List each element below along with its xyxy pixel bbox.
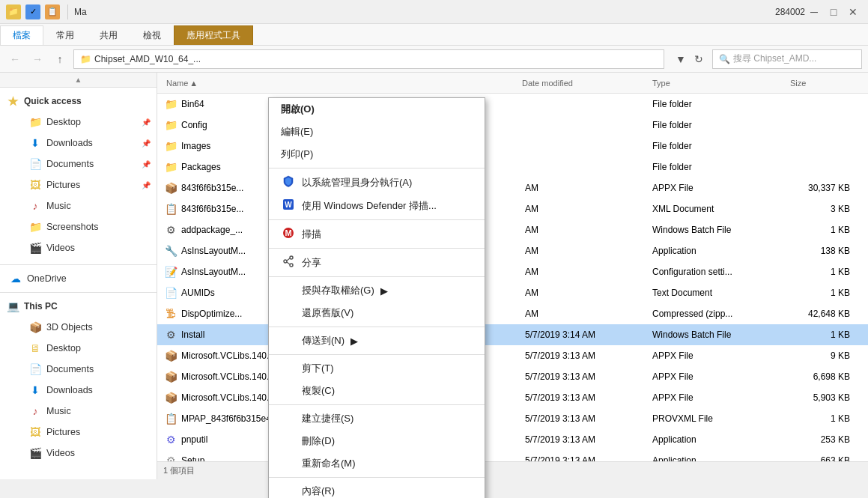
- file-size: 1 KB: [787, 225, 862, 235]
- pc-music-icon: ♪: [28, 405, 42, 417]
- title-bar-text: Ma: [74, 7, 769, 17]
- file-type: APPX File: [652, 392, 787, 403]
- file-icon: 🗜: [163, 308, 178, 320]
- file-date: AM: [525, 267, 652, 277]
- pictures-label: Pictures: [46, 180, 80, 190]
- sidebar-item-pc-desktop[interactable]: 🖥 Desktop: [0, 338, 157, 359]
- dropdown-button[interactable]: ▼: [672, 50, 690, 68]
- svg-point-4: [290, 256, 293, 259]
- file-type: APPX File: [652, 350, 787, 361]
- sidebar-item-pictures[interactable]: 🖼 Pictures 📌: [0, 174, 157, 195]
- close-button[interactable]: ✕: [844, 3, 862, 21]
- refresh-button[interactable]: ↻: [690, 50, 708, 68]
- table-row[interactable]: ⚙ Install 5/7/2019 3:14 AM Windows Batch…: [157, 324, 868, 345]
- ctx-scan[interactable]: M 掃描: [269, 222, 485, 246]
- ctx-give-access[interactable]: 授與存取權給(G) ▶: [269, 279, 485, 302]
- ctx-share[interactable]: 分享: [269, 251, 485, 274]
- table-row[interactable]: 📝 AsInsLayoutM... AM Configuration setti…: [157, 261, 868, 282]
- file-size: 9 KB: [787, 350, 862, 361]
- ctx-copy[interactable]: 複製(C): [269, 380, 485, 402]
- sidebar-item-quick-access[interactable]: ★ Quick access: [0, 91, 157, 112]
- ctx-sep-6: [269, 354, 485, 355]
- sidebar-item-pc-pictures[interactable]: 🖼 Pictures: [0, 422, 157, 443]
- forward-button[interactable]: →: [28, 50, 46, 68]
- col-header-type[interactable]: Type: [649, 79, 784, 88]
- sidebar-item-pc-music[interactable]: ♪ Music: [0, 401, 157, 422]
- table-row[interactable]: 🔧 AsInsLayoutM... AM Application 138 KB: [157, 240, 868, 261]
- ctx-cut[interactable]: 剪下(T): [269, 357, 485, 380]
- ctx-rename[interactable]: 重新命名(M): [269, 452, 485, 475]
- ctx-delete[interactable]: 刪除(D): [269, 430, 485, 452]
- ctx-open[interactable]: 開啟(O): [269, 98, 485, 121]
- table-row[interactable]: 📦 843f6f6b315e... AM APPX File 30,337 KB: [157, 177, 868, 198]
- table-row[interactable]: 📁 Config File folder: [157, 115, 868, 136]
- table-row[interactable]: 🗜 DispOptimize... AM Compressed (zipp...…: [157, 303, 868, 324]
- sidebar-item-pc-downloads[interactable]: ⬇ Downloads: [0, 380, 157, 401]
- sidebar-scroll-up[interactable]: ▲: [0, 73, 157, 88]
- sidebar-item-screenshots[interactable]: 📁 Screenshots: [0, 216, 157, 237]
- sidebar-item-this-pc[interactable]: 💻 This PC: [0, 296, 157, 317]
- table-row[interactable]: 📁 Images File folder: [157, 136, 868, 157]
- status-bar: 1 個項目: [157, 461, 868, 479]
- screenshots-label: Screenshots: [46, 222, 98, 232]
- file-type: Application: [652, 434, 787, 445]
- file-date: 5/7/2019 3:13 AM: [525, 455, 652, 462]
- ctx-restore[interactable]: 還原舊版(V): [269, 302, 485, 324]
- pictures-icon: 🖼: [28, 179, 42, 191]
- back-button[interactable]: ←: [6, 50, 24, 68]
- table-row[interactable]: ⚙ addpackage_... AM Windows Batch File 1…: [157, 219, 868, 240]
- sidebar-item-music[interactable]: ♪ Music: [0, 195, 157, 216]
- table-row[interactable]: 📁 Packages File folder: [157, 157, 868, 177]
- maximize-button[interactable]: □: [825, 3, 843, 21]
- table-row[interactable]: 📦 Microsoft.VCLibs.140.00.UWPDesktop_14.…: [157, 345, 868, 366]
- table-row[interactable]: 📋 MPAP_843f6f6b315e45358273e46738d64....…: [157, 408, 868, 429]
- sidebar-item-onedrive[interactable]: ☁ OneDrive: [0, 268, 157, 289]
- tab-share[interactable]: 共用: [87, 25, 130, 45]
- sidebar-item-desktop[interactable]: 📁 Desktop 📌: [0, 112, 157, 133]
- videos-label: Videos: [46, 243, 75, 253]
- up-button[interactable]: ↑: [51, 50, 69, 68]
- ctx-sep-7: [269, 404, 485, 405]
- ctx-send-to[interactable]: 傳送到(N) ▶: [269, 330, 485, 352]
- ctx-defender[interactable]: W 使用 Windows Defender 掃描...: [269, 194, 485, 217]
- column-headers: Name ▲ Date modified Type Size: [157, 73, 868, 94]
- col-header-size[interactable]: Size: [787, 79, 862, 88]
- sidebar-item-documents[interactable]: 📄 Documents 📌: [0, 154, 157, 174]
- ctx-create-shortcut[interactable]: 建立捷徑(S): [269, 407, 485, 430]
- sidebar-item-videos[interactable]: 🎬 Videos: [0, 237, 157, 258]
- tab-home[interactable]: 常用: [43, 25, 87, 45]
- sidebar-item-pc-documents[interactable]: 📄 Documents: [0, 359, 157, 380]
- file-date: 5/7/2019 3:13 AM: [525, 371, 652, 382]
- documents-label: Documents: [46, 159, 94, 169]
- ctx-sep-5: [269, 327, 485, 327]
- scan-icon: M: [281, 227, 296, 241]
- ctx-edit[interactable]: 編輯(E): [269, 121, 485, 143]
- tab-file[interactable]: 檔案: [0, 25, 43, 45]
- minimize-button[interactable]: ─: [805, 3, 823, 21]
- ctx-scan-label: 掃描: [302, 228, 321, 241]
- desktop-pin-icon: 📌: [142, 118, 151, 127]
- sidebar-item-downloads[interactable]: ⬇ Downloads 📌: [0, 133, 157, 154]
- tab-app[interactable]: 應用程式工具: [174, 25, 253, 45]
- table-row[interactable]: 📄 AUMIDs AM Text Document 1 KB: [157, 282, 868, 303]
- address-path[interactable]: 📁 Chipset_AMD_W10_64_...: [73, 49, 664, 69]
- title-bar: 📁 ✓ 📋 Ma 284002 ─ □ ✕: [0, 0, 868, 24]
- ctx-print[interactable]: 列印(P): [269, 143, 485, 166]
- ctx-run-admin[interactable]: 以系統管理員身分執行(A): [269, 171, 485, 194]
- sidebar-item-pc-videos[interactable]: 🎬 Videos: [0, 443, 157, 464]
- col-header-date[interactable]: Date modified: [519, 79, 646, 88]
- table-row[interactable]: 📦 Microsoft.VCLibs.140.00.UWPDesktop_14.…: [157, 366, 868, 387]
- pc-downloads-icon: ⬇: [28, 384, 42, 396]
- file-type: APPX File: [652, 371, 787, 382]
- table-row[interactable]: 📦 Microsoft.VCLibs.140.00.UWPDesktop_14.…: [157, 387, 868, 408]
- table-row[interactable]: ⚙ Setup 5/7/2019 3:13 AM Application 663…: [157, 450, 868, 461]
- table-row[interactable]: 📋 843f6f6b315e... AM XML Document 3 KB: [157, 198, 868, 219]
- table-row[interactable]: ⚙ pnputil 5/7/2019 3:13 AM Application 2…: [157, 429, 868, 450]
- tab-view[interactable]: 檢視: [130, 25, 174, 45]
- table-row[interactable]: 📁 Bin64 File folder: [157, 94, 868, 115]
- ctx-restore-label: 還原舊版(V): [302, 306, 353, 320]
- col-header-name[interactable]: Name ▲: [163, 79, 516, 88]
- sidebar-item-3d-objects[interactable]: 📦 3D Objects: [0, 317, 157, 338]
- ctx-properties[interactable]: 內容(R): [269, 480, 485, 498]
- search-box[interactable]: 🔍 搜尋 Chipset_AMD...: [712, 49, 862, 69]
